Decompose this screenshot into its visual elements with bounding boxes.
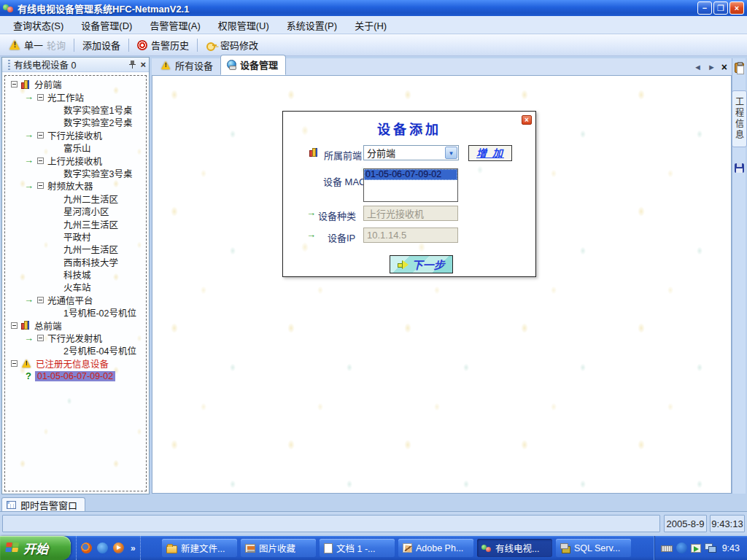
add-device-button[interactable]: 添加设备: [77, 36, 125, 54]
tree-item[interactable]: 分前端: [7, 78, 146, 90]
expander-minus-icon[interactable]: [37, 94, 44, 101]
menu-item-3[interactable]: 权限管理(U): [209, 16, 278, 34]
start-button[interactable]: 开始: [0, 536, 71, 560]
scheduler-icon[interactable]: [691, 544, 701, 553]
tree-item[interactable]: 富乐山: [7, 141, 146, 154]
parent-frontend-select[interactable]: 分前端 ▼: [363, 145, 459, 160]
tree-item[interactable]: 数字实验室3号桌: [7, 167, 146, 179]
expander-minus-icon[interactable]: [37, 158, 44, 164]
menu-item-5[interactable]: 关于(H): [346, 16, 395, 34]
tree-item[interactable]: →光工作站: [7, 90, 146, 103]
app-logo-icon: [3, 3, 15, 13]
green-arrow-icon: →: [306, 209, 316, 217]
expander-minus-icon[interactable]: [11, 360, 18, 367]
keyboard-icon[interactable]: [661, 545, 673, 552]
tree-item-label: 九州三生活区: [63, 217, 118, 231]
add-button[interactable]: 增 加: [468, 145, 512, 161]
tree-item[interactable]: 九州三生活区: [7, 217, 146, 230]
tree-item[interactable]: 总前端: [7, 319, 146, 331]
task-button-2[interactable]: 文档 1 -...: [320, 539, 395, 557]
tab-navigation: ◄ ► ×: [694, 61, 727, 73]
menu-item-0[interactable]: 查询状态(S): [4, 16, 72, 34]
password-change-button[interactable]: 密码修改: [201, 36, 263, 54]
minimize-button[interactable]: −: [697, 1, 712, 15]
tree-item[interactable]: 九州二生活区: [7, 192, 146, 205]
expander-minus-icon[interactable]: [11, 322, 18, 329]
tree-item[interactable]: 科技城: [7, 268, 146, 281]
single-poll-button[interactable]: 单一 轮询: [4, 36, 71, 54]
mac-list-item[interactable]: 01-05-06-07-09-02: [364, 169, 457, 180]
engineering-info-tab[interactable]: 工程信息: [732, 90, 747, 147]
pin-icon[interactable]: [129, 61, 136, 69]
tab-close-icon[interactable]: ×: [721, 61, 727, 73]
tree-item-label: 01-05-06-07-09-02: [35, 371, 115, 381]
status-date: 2005-8-9: [664, 515, 707, 532]
warning-icon: [161, 61, 171, 69]
chevron-down-icon[interactable]: ▼: [445, 147, 457, 159]
tree-item[interactable]: 1号机柜-02号机位: [7, 306, 146, 319]
tree-item[interactable]: →上行光接收机: [7, 154, 146, 166]
tab-prev-icon[interactable]: ◄: [694, 63, 702, 71]
tab-next-icon[interactable]: ►: [708, 63, 716, 71]
menu-item-2[interactable]: 告警管理(A): [141, 16, 209, 34]
next-step-button[interactable]: 下一步: [390, 255, 453, 273]
firefox-icon[interactable]: [81, 542, 92, 553]
tabstrip: 所有设备 设备管理 ◄ ► ×: [152, 58, 732, 76]
green-arrow-icon: →: [24, 295, 34, 304]
tab-device-manage[interactable]: 设备管理: [220, 55, 286, 75]
ie-icon[interactable]: [97, 542, 108, 553]
tree-item[interactable]: →射频放大器: [7, 179, 146, 192]
tab-all-devices[interactable]: 所有设备: [155, 56, 220, 75]
status-time: 9:43:13: [710, 515, 745, 532]
task-button-5[interactable]: SQL Serv...: [556, 539, 631, 557]
tree-item[interactable]: 九州一生活区: [7, 243, 146, 255]
tree-item[interactable]: →下行光接收机: [7, 129, 146, 141]
close-button[interactable]: ×: [729, 1, 744, 15]
device-mac-listbox[interactable]: 01-05-06-07-09-02: [363, 168, 458, 202]
alarm-history-button[interactable]: 告警历史: [132, 36, 194, 54]
task-button-0[interactable]: 新建文件...: [162, 539, 237, 557]
quicklaunch-chevron[interactable]: »: [131, 543, 136, 553]
tree-item[interactable]: →光通信平台: [7, 294, 146, 306]
wmp-icon[interactable]: [113, 542, 124, 553]
tree-item[interactable]: →下行光发射机: [7, 332, 146, 344]
expander-minus-icon[interactable]: [37, 132, 44, 139]
tree-item[interactable]: 星河湾小区: [7, 205, 146, 217]
tree-item-label: 西南科技大学: [63, 255, 118, 269]
expander-minus-icon[interactable]: [37, 335, 44, 341]
menu-item-4[interactable]: 系统设置(P): [278, 16, 346, 34]
tree-item[interactable]: 平政村: [7, 230, 146, 243]
device-ip-value: 10.1.14.5: [367, 230, 406, 241]
tree-item[interactable]: 西南科技大学: [7, 255, 146, 268]
tree-item[interactable]: 数字实验室2号桌: [7, 116, 146, 128]
task-button-3[interactable]: Adobe Ph...: [398, 539, 473, 557]
yellow-arrow-icon: [398, 260, 409, 269]
language-icon[interactable]: [676, 542, 687, 553]
task-button-label: SQL Serv...: [574, 543, 620, 553]
tree-item-label: 1号机柜-02号机位: [63, 306, 136, 319]
network-icon[interactable]: [705, 543, 716, 553]
key-icon: [206, 40, 217, 50]
tree-item-label: 射频放大器: [47, 179, 93, 192]
device-type-value: 上行光接收机: [367, 206, 424, 220]
tray-clock: 9:43: [722, 543, 740, 553]
expander-minus-icon[interactable]: [11, 81, 18, 88]
realtime-alarm-tab[interactable]: 即时告警窗口: [1, 497, 85, 511]
tree-item[interactable]: ?01-05-06-07-09-02: [7, 370, 146, 382]
tree-item[interactable]: 数字实验室1号桌: [7, 104, 146, 116]
tree-item[interactable]: 2号机柜-04号机位: [7, 344, 146, 357]
tree-item-label: 富乐山: [63, 141, 91, 155]
tree-item[interactable]: 已注册无信息设备: [7, 357, 146, 370]
menu-item-1[interactable]: 设备管理(D): [72, 16, 141, 34]
tree-item[interactable]: 火车站: [7, 281, 146, 293]
expander-minus-icon[interactable]: [37, 297, 44, 303]
panel-close-icon[interactable]: ×: [140, 61, 146, 69]
green-arrow-icon: →: [24, 93, 34, 101]
task-button-4[interactable]: 有线电视...: [477, 539, 552, 557]
save-icon[interactable]: [735, 163, 744, 173]
paste-icon[interactable]: [735, 63, 744, 73]
tab-device-manage-label: 设备管理: [240, 58, 278, 71]
restore-button[interactable]: ❐: [713, 1, 728, 15]
expander-minus-icon[interactable]: [37, 182, 44, 189]
task-button-1[interactable]: 图片收藏: [241, 539, 316, 557]
